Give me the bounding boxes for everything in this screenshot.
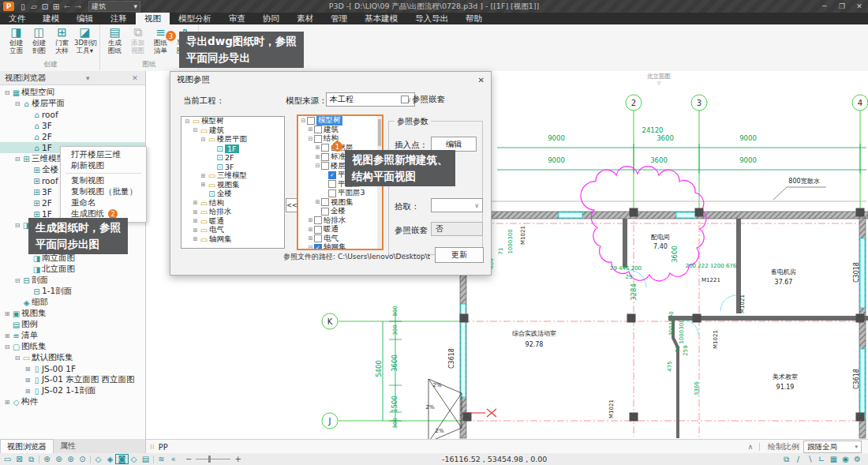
menu-模型分析[interactable]: 模型分析 <box>170 13 220 24</box>
slope-icon[interactable]: ∕ <box>792 455 804 463</box>
new-file-icon[interactable]: ▯ <box>17 2 28 11</box>
current-project-tree[interactable]: ⊟▭模型树⊟▭建筑⊟▭楼层平面⊡1F⊡2F⊡3F⊞▭三维模型⊞▭视图集⊡全楼⊞▭… <box>181 116 285 249</box>
checkbox-icon[interactable] <box>328 180 336 188</box>
sidebar-item-细部[interactable]: ◈细部 <box>0 297 145 308</box>
restore-button[interactable]: ❐ <box>833 2 851 10</box>
zoom-in-button[interactable]: + <box>234 455 241 463</box>
view-top-icon[interactable]: ◇ <box>128 455 140 463</box>
close-icon[interactable]: ✕ <box>478 76 485 84</box>
expand-icon[interactable]: ⊟ <box>13 277 21 284</box>
expand-icon[interactable]: ⊟ <box>307 136 314 142</box>
sidebar-item-默认图纸集[interactable]: ⊟▭默认图纸集 <box>0 352 145 363</box>
collapse-command-bar-button[interactable]: ∧ <box>743 443 758 451</box>
dialog-ref-item-轴网集[interactable]: ⊟✓轴网集 <box>298 243 377 250</box>
checkbox-icon[interactable] <box>321 162 329 170</box>
expand-icon[interactable]: ⊟ <box>192 127 199 133</box>
menu-审查[interactable]: 审查 <box>220 13 254 24</box>
panel-tab-属性[interactable]: 属性 <box>54 439 82 453</box>
menu-注释[interactable]: 注释 <box>102 13 136 24</box>
expand-icon[interactable]: ⊞ <box>192 209 199 216</box>
expand-icon[interactable]: ⊞ <box>307 227 314 233</box>
expand-icon[interactable]: ⊞ <box>24 388 32 395</box>
create-elevation-button[interactable]: ◨创建立面 <box>6 26 27 54</box>
save-icon[interactable]: ⊡ <box>39 2 51 11</box>
expand-icon[interactable]: ⊞ <box>24 366 32 373</box>
draw-scale-dropdown[interactable]: 跟随全局 ▾ <box>803 441 862 453</box>
expand-icon[interactable]: ⊞ <box>3 310 11 317</box>
checkbox-icon[interactable] <box>307 117 315 125</box>
zoom-out-button[interactable]: − <box>185 455 192 463</box>
open-file-icon[interactable]: ▱ <box>28 2 39 11</box>
settings-icon[interactable]: ⚙ <box>851 455 863 463</box>
menu-建模[interactable]: 建模 <box>34 13 68 24</box>
dialog-tree-item-电气[interactable]: ⊞▭电气 <box>181 226 284 235</box>
context-menu-复制视图[interactable]: 复制视图 <box>61 175 146 186</box>
checkbox-icon[interactable] <box>321 144 329 152</box>
sidebar-item-图例[interactable]: ▤图例 <box>0 319 145 330</box>
expand-icon[interactable]: ⊞ <box>192 227 199 234</box>
chevron-down-icon[interactable]: ▾ <box>82 74 93 82</box>
menu-基本建模[interactable]: 基本建模 <box>356 13 406 24</box>
sidebar-item-剖面[interactable]: ⊟⊟剖面 <box>0 275 145 286</box>
dialog-tree-item-楼层平面[interactable]: ⊟▭楼层平面 <box>181 135 284 144</box>
collapse-panel-icon[interactable]: « <box>167 455 179 463</box>
expand-icon[interactable]: ⊟ <box>13 354 21 362</box>
expand-icon[interactable]: ⊟ <box>13 156 21 163</box>
context-menu-复制视图（批量）[interactable]: 复制视图（批量） <box>61 186 146 197</box>
menu-编辑[interactable]: 编辑 <box>68 13 102 24</box>
panel-tab-视图浏览器[interactable]: 视图浏览器 <box>0 439 54 453</box>
sidebar-item-3F[interactable]: ⌂3F <box>0 120 145 131</box>
checkbox-icon[interactable]: ✓ <box>328 171 336 179</box>
expand-icon[interactable]: ⊞ <box>192 236 199 242</box>
menu-协同[interactable]: 协同 <box>254 13 288 24</box>
expand-icon[interactable]: ⊞ <box>307 217 314 223</box>
menu-导入导出[interactable]: 导入导出 <box>406 13 457 24</box>
drag-grip-icon[interactable]: ⁞⁞ <box>146 443 159 451</box>
expand-icon[interactable]: ⊞ <box>200 173 207 179</box>
expand-icon[interactable]: ⊞ <box>314 154 321 160</box>
command-input[interactable]: PP <box>159 443 168 452</box>
dialog-tree-item-2F[interactable]: ⊡2F <box>181 153 284 163</box>
door-window-detail-button[interactable]: ⊞门窗大样 <box>51 26 73 54</box>
sidebar-item-roof[interactable]: ⌂roof <box>0 109 145 120</box>
polyline-icon[interactable]: ∖ <box>804 455 816 463</box>
checkbox-icon[interactable] <box>314 135 322 143</box>
dialog-title-bar[interactable]: 视图参照 ✕ <box>170 72 491 88</box>
orbit-icon[interactable]: ⊛ <box>65 455 77 463</box>
expand-icon[interactable]: ⊟ <box>3 343 11 351</box>
minimize-button[interactable]: ─ <box>816 2 833 10</box>
ref-nesting-checkbox[interactable]: 参照嵌套 <box>401 94 445 105</box>
undo-icon[interactable]: ← <box>62 2 73 11</box>
view-back-icon[interactable]: ◈ <box>104 455 116 463</box>
dialog-tree-item-结构[interactable]: ⊞▭结构 <box>181 199 284 208</box>
sidebar-item-图纸集[interactable]: ⊟▢图纸集 <box>0 341 145 352</box>
osnap-icon[interactable]: ◉ <box>840 455 851 463</box>
view-iso-icon[interactable]: ◙ <box>116 455 128 463</box>
sidebar-item-JS-00 1F[interactable]: ⊞▯JS-00 1F <box>0 363 145 374</box>
expand-icon[interactable]: ⊟ <box>184 118 191 125</box>
sidebar-item-2F[interactable]: ⌂2F <box>0 131 145 142</box>
expand-icon[interactable]: ⊟ <box>307 245 314 250</box>
view-front-icon[interactable]: ◇ <box>92 455 104 463</box>
dialog-tree-item-轴网集[interactable]: ⊞▭轴网集 <box>181 235 284 245</box>
window-restore-icon[interactable]: ⧉ <box>780 455 792 464</box>
walkthrough-icon[interactable]: ▤ <box>140 455 152 463</box>
dialog-tree-item-模型树[interactable]: ⊟▭模型树 <box>181 117 284 126</box>
dialog-tree-item-视图集[interactable]: ⊞▭视图集 <box>181 181 284 190</box>
sidebar-item-清单[interactable]: ⊞≡清单 <box>0 330 145 341</box>
zoom-slider[interactable]: − + <box>185 455 241 463</box>
checkbox-icon[interactable] <box>314 234 322 242</box>
update-button[interactable]: 更新 <box>435 247 484 263</box>
save-as-icon[interactable]: ⊞ <box>51 2 62 11</box>
zoom-slider-handle[interactable] <box>208 456 211 463</box>
checkbox-icon[interactable] <box>321 198 329 206</box>
redo-icon[interactable]: → <box>73 2 84 11</box>
menu-文件[interactable]: 文件 <box>0 13 34 24</box>
expand-icon[interactable]: ⊞ <box>192 218 199 224</box>
expand-icon[interactable]: ⊟ <box>300 118 307 124</box>
checkbox-icon[interactable] <box>314 126 322 133</box>
close-button[interactable]: ✕ <box>851 2 868 10</box>
close-icon[interactable]: ✕ <box>129 74 140 82</box>
checkbox-icon[interactable] <box>321 208 329 216</box>
expand-icon[interactable]: ⊟ <box>3 89 11 96</box>
